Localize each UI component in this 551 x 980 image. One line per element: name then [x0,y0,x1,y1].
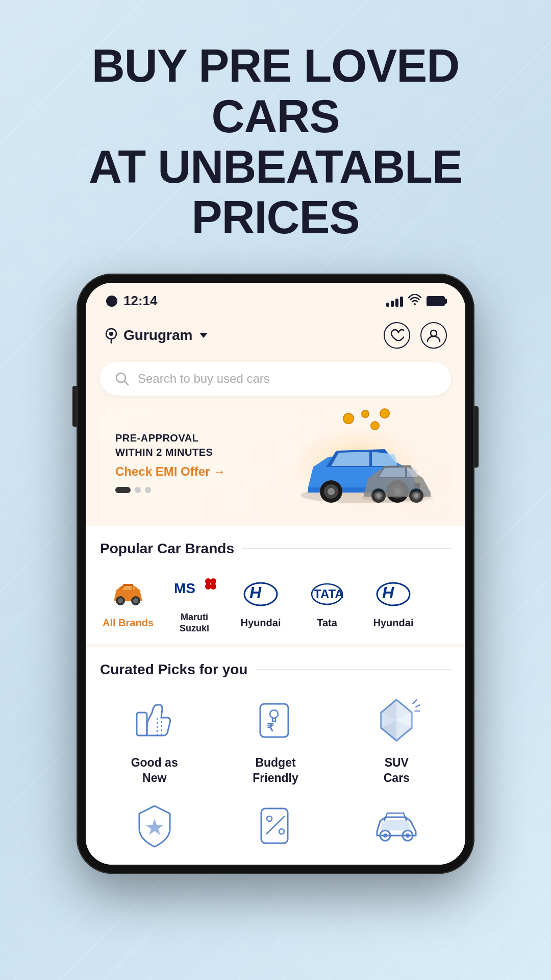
pick-item-electric[interactable] [342,798,451,854]
maruti-suzuki-logo: MS [171,574,217,604]
svg-line-56 [266,816,285,834]
svg-text:₹: ₹ [267,721,274,734]
svg-text:MS: MS [174,580,195,596]
brand-logo-hyundai: H [238,576,284,612]
dot-3 [145,487,151,493]
pick-item-good-as-new[interactable]: Good asNew [100,692,209,786]
app-header: Gurugram [86,314,465,357]
section-header-picks: Curated Picks for you [100,662,451,678]
svg-point-24 [133,598,138,603]
good-as-new-icon [129,695,180,746]
search-icon [114,371,130,386]
pick-item-budget-friendly[interactable]: ₹ BudgetFriendly [221,692,330,786]
brand-item-tata[interactable]: TATA Tata [299,576,355,629]
dot-2 [135,487,141,493]
svg-point-3 [431,330,437,336]
search-bar[interactable]: Search to buy used cars [100,362,451,396]
status-icons [386,294,445,308]
time-display: 12:14 [123,293,158,309]
banner-tag-line2: WITHIN 2 MINUTES [115,445,436,459]
signal-icon [386,296,403,307]
location-name: Gurugram [123,327,192,344]
popular-brands-section: Popular Car Brands [86,526,465,644]
brand-name-hyundai: Hyundai [241,617,281,629]
header-actions [384,322,447,349]
svg-point-60 [406,834,410,838]
phone-frame: 12:14 [77,274,474,874]
budget-friendly-icon-box: ₹ [247,692,304,748]
battery-icon [427,296,445,306]
popular-brands-title: Popular Car Brands [100,541,234,557]
electric-icon-box [368,798,424,854]
svg-text:H: H [249,583,262,602]
status-bar: 12:14 [86,283,465,314]
profile-icon [427,328,441,342]
wifi-icon [408,294,421,308]
tata-logo: TATA [307,580,347,608]
section-line-picks [256,669,451,670]
hero-title-line1: BUY PRE LOVED CARS [92,40,460,142]
pick-item-certified[interactable] [100,798,209,854]
svg-point-20 [414,494,418,498]
discount-icon-box [247,798,304,854]
svg-point-0 [414,303,416,305]
camera-dot [106,296,117,307]
pick-label-good-as-new: Good asNew [131,755,178,786]
suv-cars-icon-box [368,692,424,748]
brand-logo-hyundai2: H [370,576,416,612]
section-line [242,548,451,549]
svg-rect-39 [260,704,288,737]
banner-text: PRE-APPROVAL WITHIN 2 MINUTES Check EMI … [115,431,436,493]
svg-point-17 [377,494,381,498]
pick-label-budget-friendly: BudgetFriendly [253,755,298,786]
brands-row: All Brands MS [100,571,451,634]
status-time-section: 12:14 [106,293,158,309]
phone-screen: 12:14 [86,283,465,865]
hero-section: BUY PRE LOVED CARS AT UNBEATABLE PRICES [0,0,551,263]
good-as-new-icon-box [127,692,183,748]
brand-name-tata: Tata [317,617,337,629]
all-brands-car-icon [110,579,146,609]
svg-line-49 [413,700,417,704]
picks-grid: Good asNew ₹ [100,692,451,786]
location-pin-icon [104,327,118,344]
svg-point-2 [109,332,113,336]
pick-label-suv-cars: SUVCars [384,755,410,786]
brand-item-all[interactable]: All Brands [100,576,156,629]
hyundai-logo-2: H [373,580,414,608]
brand-item-hyundai2[interactable]: H Hyundai [365,576,421,629]
svg-text:H: H [382,583,394,602]
svg-point-54 [267,816,272,821]
svg-point-40 [270,710,278,718]
brand-name-maruti: MarutiSuzuki [180,612,209,634]
pick-item-suv-cars[interactable]: SUVCars [342,692,451,786]
svg-rect-36 [137,713,147,736]
heart-icon [390,329,404,342]
curated-picks-section: Curated Picks for you [86,647,465,865]
hero-title: BUY PRE LOVED CARS AT UNBEATABLE PRICES [31,41,520,243]
brand-name-hyundai2: Hyundai [373,617,414,629]
svg-point-22 [118,598,123,603]
svg-point-58 [383,834,387,838]
budget-friendly-icon: ₹ [250,695,301,746]
profile-button[interactable] [420,322,447,349]
phone-container: 12:14 [0,263,551,874]
brand-item-hyundai[interactable]: H Hyundai [233,576,289,629]
certified-icon-box [127,798,183,854]
brand-item-maruti[interactable]: MS MarutiSuzuki [166,571,222,634]
wishlist-button[interactable] [384,322,410,349]
search-placeholder: Search to buy used cars [138,372,270,386]
banner-cta[interactable]: Check EMI Offer → [115,464,436,479]
discount-icon [250,801,301,852]
brand-logo-maruti: MS [171,571,217,607]
pick-item-discount[interactable] [221,798,330,854]
banner-dots [115,487,436,493]
location-selector[interactable]: Gurugram [104,327,208,344]
search-container: Search to buy used cars [86,357,465,404]
hero-title-line2: AT UNBEATABLE PRICES [89,141,462,243]
brand-logo-tata: TATA [304,576,350,612]
svg-text:TATA: TATA [314,587,344,601]
electric-car-icon [371,801,422,852]
emi-banner[interactable]: PRE-APPROVAL WITHIN 2 MINUTES Check EMI … [100,406,451,518]
svg-point-29 [210,583,216,590]
